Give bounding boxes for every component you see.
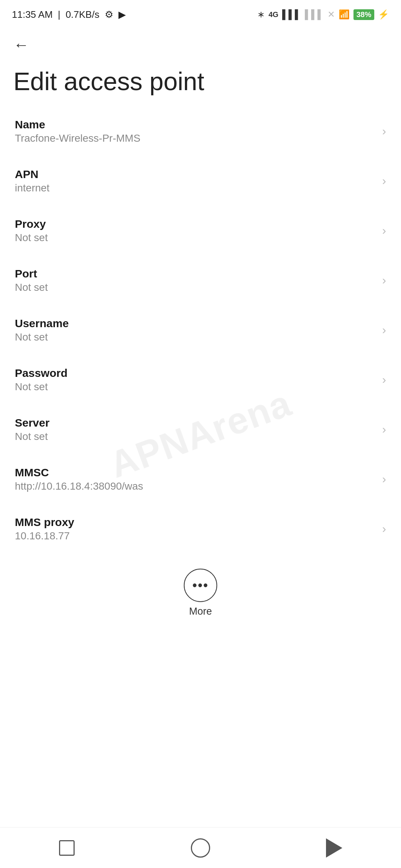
settings-item-label: Server: [15, 417, 375, 429]
settings-icon: ⚙: [105, 9, 113, 20]
settings-item[interactable]: Password Not set ›: [0, 355, 401, 405]
settings-item-label: Proxy: [15, 218, 375, 230]
settings-item-value: 10.16.18.77: [15, 530, 375, 542]
settings-item[interactable]: APN internet ›: [0, 156, 401, 206]
speed-display: 0.7KB/s: [66, 9, 100, 20]
settings-item-content: Server Not set: [15, 417, 375, 443]
settings-item-value: Tracfone-Wireless-Pr-MMS: [15, 132, 375, 144]
settings-item-content: Password Not set: [15, 367, 375, 393]
video-icon: ▶: [118, 9, 126, 20]
signal-x-icon: ✕: [327, 9, 335, 20]
settings-item-label: Password: [15, 367, 375, 379]
home-icon: [191, 838, 210, 858]
settings-item[interactable]: Server Not set ›: [0, 405, 401, 454]
signal-bars2-icon: ▌▌▌: [305, 9, 324, 20]
separator: |: [58, 9, 61, 20]
time-display: 11:35 AM: [12, 9, 53, 20]
back-arrow-icon: ←: [13, 37, 29, 53]
charging-icon: ⚡: [378, 9, 389, 20]
settings-item-content: Proxy Not set: [15, 218, 375, 244]
signal-bars-icon: ▌▌▌: [282, 9, 301, 20]
settings-item-value: internet: [15, 182, 375, 194]
chevron-right-icon: ›: [382, 323, 386, 337]
status-bar: 11:35 AM | 0.7KB/s ⚙ ▶ ∗ 4G ▌▌▌ ▌▌▌ ✕ 📶 …: [0, 0, 401, 26]
back-button[interactable]: ←: [13, 33, 29, 56]
chevron-right-icon: ›: [382, 174, 386, 188]
chevron-right-icon: ›: [382, 273, 386, 287]
settings-item[interactable]: Username Not set ›: [0, 305, 401, 355]
settings-item-content: Username Not set: [15, 317, 375, 343]
settings-list: Name Tracfone-Wireless-Pr-MMS › APN inte…: [0, 106, 401, 554]
back-icon: [326, 838, 342, 858]
settings-item-label: APN: [15, 168, 375, 181]
settings-item-label: Username: [15, 317, 375, 330]
settings-item-value: Not set: [15, 331, 375, 343]
network-4g-icon: 4G: [268, 10, 278, 19]
settings-item[interactable]: Name Tracfone-Wireless-Pr-MMS ›: [0, 106, 401, 156]
chevron-right-icon: ›: [382, 124, 386, 138]
wifi-icon: 📶: [339, 9, 350, 20]
settings-item-label: MMS proxy: [15, 516, 375, 529]
settings-item-value: Not set: [15, 381, 375, 393]
settings-item[interactable]: Proxy Not set ›: [0, 206, 401, 256]
settings-item-value: Not set: [15, 431, 375, 443]
settings-item-value: http://10.16.18.4:38090/was: [15, 480, 375, 492]
settings-item-label: MMSC: [15, 466, 375, 479]
top-nav: ←: [0, 26, 401, 60]
bluetooth-icon: ∗: [257, 9, 265, 20]
settings-item-label: Port: [15, 267, 375, 280]
nav-back-button[interactable]: [316, 835, 353, 861]
settings-item[interactable]: Port Not set ›: [0, 256, 401, 305]
status-right: ∗ 4G ▌▌▌ ▌▌▌ ✕ 📶 38 % ⚡: [257, 9, 389, 20]
chevron-right-icon: ›: [382, 522, 386, 536]
settings-item-content: Name Tracfone-Wireless-Pr-MMS: [15, 118, 375, 144]
settings-item-value: Not set: [15, 282, 375, 293]
settings-item-content: Port Not set: [15, 267, 375, 293]
nav-bar: [0, 827, 401, 868]
chevron-right-icon: ›: [382, 423, 386, 436]
more-section: ••• More: [0, 558, 401, 625]
chevron-right-icon: ›: [382, 373, 386, 387]
settings-item[interactable]: MMSC http://10.16.18.4:38090/was ›: [0, 454, 401, 504]
battery-display: 38 %: [353, 9, 374, 20]
settings-item[interactable]: MMS proxy 10.16.18.77 ›: [0, 504, 401, 554]
settings-item-content: APN internet: [15, 168, 375, 194]
page-title: Edit access point: [0, 60, 401, 106]
settings-item-content: MMSC http://10.16.18.4:38090/was: [15, 466, 375, 492]
more-button[interactable]: •••: [184, 569, 217, 602]
settings-item-label: Name: [15, 118, 375, 131]
nav-home-button[interactable]: [182, 835, 219, 861]
nav-recents-button[interactable]: [48, 835, 85, 861]
more-label: More: [189, 606, 212, 617]
settings-item-content: MMS proxy 10.16.18.77: [15, 516, 375, 542]
recents-icon: [59, 840, 75, 856]
status-left: 11:35 AM | 0.7KB/s ⚙ ▶: [12, 9, 126, 20]
more-dots-icon: •••: [192, 582, 209, 589]
chevron-right-icon: ›: [382, 224, 386, 237]
chevron-right-icon: ›: [382, 472, 386, 486]
settings-item-value: Not set: [15, 232, 375, 244]
